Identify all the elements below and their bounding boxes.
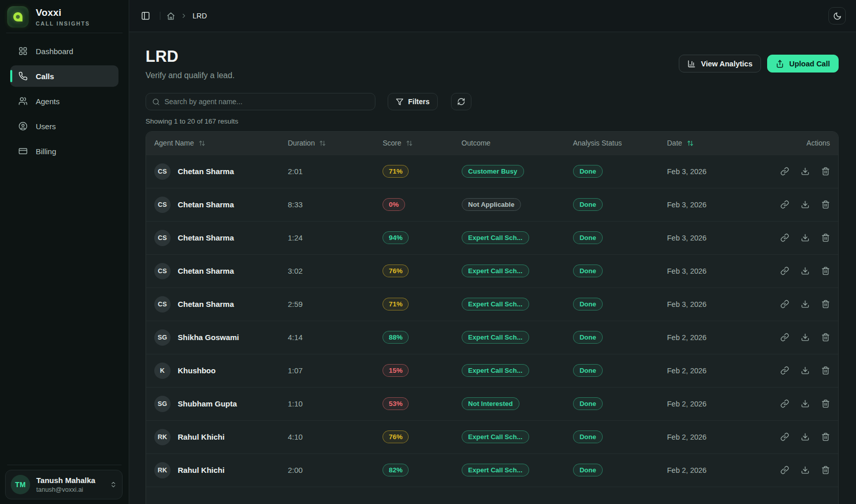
copy-link-button[interactable] — [780, 200, 789, 209]
table-row[interactable]: CS Chetan Sharma 2:59 71% Expert Call Sc… — [146, 287, 838, 321]
view-analytics-button[interactable]: View Analytics — [679, 55, 761, 73]
column-header-agent-name[interactable]: Agent Name — [146, 132, 280, 155]
column-header-analysis-status: Analysis Status — [565, 132, 659, 155]
table-row[interactable]: RK Rahul Khichi 4:10 76% Expert Call Sch… — [146, 420, 838, 453]
table-row[interactable]: SG Shubham Gupta 1:10 53% Not Interested… — [146, 387, 838, 420]
outcome-badge: Expert Call Sch... — [462, 464, 529, 476]
agent-avatar: RK — [154, 429, 171, 445]
search-input[interactable] — [164, 98, 369, 106]
column-header-actions: Actions — [764, 132, 838, 155]
status-badge: Done — [573, 364, 603, 377]
table-row[interactable]: RK Rahul Khichi 2:00 82% Expert Call Sch… — [146, 453, 838, 487]
brand-tagline: CALL INSIGHTS — [36, 20, 90, 27]
delete-button[interactable] — [821, 200, 830, 209]
delete-button[interactable] — [821, 167, 830, 176]
download-button[interactable] — [801, 399, 810, 408]
copy-link-button[interactable] — [780, 399, 789, 408]
table-row[interactable]: CS Chetan Sharma 3:02 76% Expert Call Sc… — [146, 254, 838, 287]
home-icon[interactable] — [167, 12, 175, 20]
outcome-badge: Expert Call Sch... — [462, 265, 529, 277]
date-cell: Feb 2, 2026 — [659, 420, 764, 453]
download-button[interactable] — [801, 366, 810, 375]
copy-link-button[interactable] — [780, 466, 789, 474]
sidebar: Voxxi CALL INSIGHTS Dashboard Calls Agen… — [0, 0, 129, 504]
sort-icon — [199, 140, 205, 147]
moon-icon — [833, 12, 842, 20]
column-header-duration[interactable]: Duration — [280, 132, 375, 155]
theme-toggle-button[interactable] — [828, 7, 846, 25]
table-header-row: Agent Name Duration Score Outcome Analys… — [146, 132, 838, 155]
breadcrumb-current: LRD — [193, 12, 207, 20]
sidebar-item-users[interactable]: Users — [10, 115, 118, 137]
delete-button[interactable] — [821, 233, 830, 242]
score-badge: 82% — [383, 464, 409, 476]
results-summary: Showing 1 to 20 of 167 results — [146, 117, 839, 125]
table-body: CS Chetan Sharma 2:01 71% Customer Busy … — [146, 155, 838, 487]
table-row[interactable]: CS Chetan Sharma 8:33 0% Not Applicable … — [146, 188, 838, 221]
trash-icon — [821, 333, 830, 342]
download-button[interactable] — [801, 466, 810, 474]
download-button[interactable] — [801, 267, 810, 275]
download-button[interactable] — [801, 300, 810, 308]
sidebar-item-calls[interactable]: Calls — [10, 65, 118, 87]
filters-button[interactable]: Filters — [388, 93, 438, 110]
user-menu[interactable]: TM Tanush Mahalka tanush@voxxi.ai — [5, 470, 123, 499]
download-icon — [801, 399, 810, 408]
duration-cell: 1:24 — [280, 221, 375, 254]
score-badge: 53% — [383, 397, 409, 410]
link-icon — [780, 433, 789, 441]
chevron-right-icon — [180, 12, 187, 19]
download-button[interactable] — [801, 433, 810, 441]
delete-button[interactable] — [821, 267, 830, 275]
copy-link-button[interactable] — [780, 366, 789, 375]
duration-cell: 2:00 — [280, 453, 375, 487]
copy-link-button[interactable] — [780, 300, 789, 308]
agent-avatar: CS — [154, 296, 171, 313]
sidebar-item-label: Billing — [36, 147, 56, 156]
sidebar-toggle-button[interactable] — [137, 8, 154, 24]
delete-button[interactable] — [821, 399, 830, 408]
upload-call-button[interactable]: Upload Call — [767, 55, 839, 73]
download-button[interactable] — [801, 233, 810, 242]
table-row[interactable]: CS Chetan Sharma 1:24 94% Expert Call Sc… — [146, 221, 838, 254]
table-row[interactable]: SG Shikha Goswami 4:14 88% Expert Call S… — [146, 321, 838, 354]
user-name: Tanush Mahalka — [36, 476, 96, 485]
status-badge: Done — [573, 231, 603, 244]
copy-link-button[interactable] — [780, 233, 789, 242]
table-row[interactable]: K Khushboo 1:07 15% Expert Call Sch... D… — [146, 354, 838, 387]
download-button[interactable] — [801, 333, 810, 342]
delete-button[interactable] — [821, 433, 830, 441]
status-badge: Done — [573, 397, 603, 410]
delete-button[interactable] — [821, 333, 830, 342]
column-header-outcome: Outcome — [454, 132, 565, 155]
score-badge: 88% — [383, 331, 409, 344]
table-row[interactable]: CS Chetan Sharma 2:01 71% Customer Busy … — [146, 155, 838, 188]
trash-icon — [821, 466, 830, 474]
outcome-badge: Expert Call Sch... — [462, 231, 529, 244]
delete-button[interactable] — [821, 466, 830, 474]
download-button[interactable] — [801, 167, 810, 176]
trash-icon — [821, 233, 830, 242]
column-header-score[interactable]: Score — [374, 132, 453, 155]
date-cell: Feb 2, 2026 — [659, 453, 764, 487]
column-header-date[interactable]: Date — [659, 132, 764, 155]
sidebar-item-dashboard[interactable]: Dashboard — [10, 40, 118, 62]
outcome-badge: Expert Call Sch... — [462, 430, 529, 443]
date-cell: Feb 3, 2026 — [659, 188, 764, 221]
trash-icon — [821, 200, 830, 209]
duration-cell: 8:33 — [280, 188, 375, 221]
sidebar-item-agents[interactable]: Agents — [10, 90, 118, 112]
download-button[interactable] — [801, 200, 810, 209]
delete-button[interactable] — [821, 366, 830, 375]
delete-button[interactable] — [821, 300, 830, 308]
copy-link-button[interactable] — [780, 433, 789, 441]
copy-link-button[interactable] — [780, 333, 789, 342]
main-area: LRD LRD Verify and qualify a lead. View … — [129, 0, 856, 504]
sidebar-item-billing[interactable]: Billing — [10, 140, 118, 162]
outcome-badge: Not Applicable — [462, 198, 521, 211]
score-badge: 94% — [383, 231, 409, 244]
copy-link-button[interactable] — [780, 167, 789, 176]
bar-chart-icon — [687, 60, 696, 68]
copy-link-button[interactable] — [780, 267, 789, 275]
refresh-button[interactable] — [451, 93, 471, 110]
